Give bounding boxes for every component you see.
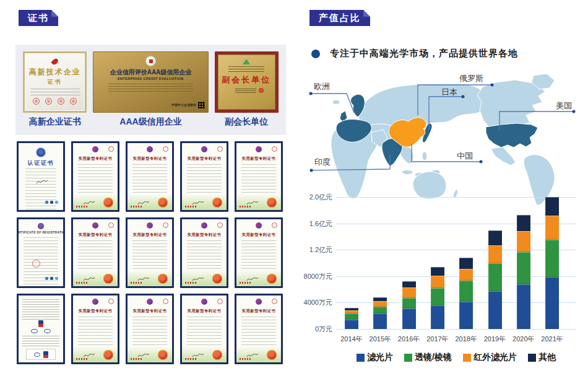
bar-segment-滤光片	[345, 320, 358, 329]
patent-footer	[128, 346, 172, 362]
badge-fold-icon	[363, 10, 370, 17]
patent-header	[128, 146, 172, 154]
patent-title: 实用新型专利证书	[79, 308, 113, 314]
x-axis-label: 2018年	[452, 334, 480, 344]
map-label-india: 印度	[314, 157, 331, 168]
legend-swatch-icon	[404, 354, 412, 362]
patent-certificate: 实用新型专利证书	[180, 294, 228, 364]
patent-footer	[236, 194, 281, 210]
patent-footer	[236, 270, 281, 286]
blue-stamp-icon	[38, 320, 43, 327]
bar-segment-红外滤光片	[545, 216, 559, 239]
patent-header	[128, 298, 172, 307]
document-text-lines	[22, 336, 59, 347]
x-axis-label: 2016年	[395, 334, 423, 344]
stacked-bar-2019年	[488, 197, 502, 329]
certificate-text-lines	[30, 89, 80, 96]
map-label-europe: 欧洲	[314, 81, 330, 92]
red-stamp-icon	[272, 146, 277, 152]
accreditation-marks-icon	[45, 277, 58, 280]
aaa-cert-issuer: 中国中小企业协会	[171, 103, 196, 107]
patent-certificate: 实用新型专利证书	[71, 141, 119, 212]
red-dashes-icon	[131, 206, 142, 208]
red-stamp-icon	[108, 146, 114, 152]
featured-cert-hightech: 高新技术企业 证书 高新企业证书	[23, 51, 87, 128]
patent-seal-icon	[158, 198, 168, 208]
bar-segment-红外滤光片	[431, 276, 444, 288]
bar-segment-滤光片	[545, 277, 559, 329]
stacked-bar-2014年	[345, 197, 358, 329]
signature-icon	[83, 352, 95, 358]
y-axis-tick: 4000万元	[297, 299, 332, 306]
bar-segment-滤光片	[459, 302, 473, 329]
certificate-text-lines	[187, 317, 222, 346]
red-stamp-icon	[163, 222, 168, 228]
legend-label: 透镜/棱镜	[415, 352, 452, 363]
red-stamp-icon	[108, 299, 114, 304]
signature-icon	[246, 276, 259, 282]
output-value-chart: 0万元4000万元8000万元1.2亿元1.6亿元2.0亿元2014年2015年…	[297, 191, 588, 376]
red-stamp-icon	[108, 222, 114, 228]
patent-footer	[182, 194, 227, 210]
gridline	[336, 224, 576, 224]
red-stamp-icon	[217, 146, 223, 152]
bar-segment-红外滤光片	[517, 231, 530, 252]
patent-header	[236, 222, 281, 230]
x-axis-label: 2021年	[538, 334, 566, 344]
legend-item-红外滤光片: 红外滤光片	[463, 352, 517, 363]
patent-title: 实用新型专利证书	[79, 232, 113, 238]
aaa-cert-subtitle-en: ENTERPRISE CREDIT EVALUATION	[118, 77, 184, 81]
featured-cert-caption: AAA级信用企业	[93, 116, 208, 127]
patent-header	[182, 222, 227, 230]
patent-title: 实用新型专利证书	[242, 156, 276, 162]
certificate-text-lines	[78, 317, 113, 346]
y-axis-tick: 0万元	[297, 326, 332, 333]
cnipa-logo-icon	[256, 146, 262, 152]
patent-footer	[182, 270, 227, 286]
red-seals-row	[33, 98, 77, 105]
bar-segment-透镜/棱镜	[345, 313, 358, 320]
signature-icon	[192, 200, 204, 206]
legend-swatch-icon	[357, 354, 365, 362]
registration-title: CERTIFICATE OF REGISTRATION	[17, 231, 65, 235]
patent-certificate: 实用新型专利证书	[235, 217, 283, 288]
certificate-text-lines	[241, 240, 276, 270]
accreditation-marks-icon	[45, 201, 58, 204]
cnipa-logo-icon	[92, 146, 98, 152]
hightech-cert-title: 高新技术企业	[29, 67, 81, 77]
legend-item-透镜/棱镜: 透镜/棱镜	[404, 352, 452, 363]
cas-logo-icon	[37, 148, 45, 157]
y-axis-tick: 8000万元	[297, 273, 332, 280]
red-dashes-icon	[185, 282, 196, 284]
patent-certificate: 实用新型专利证书	[235, 141, 283, 212]
patent-footer	[182, 346, 227, 362]
patent-title: 实用新型专利证书	[133, 308, 167, 314]
association-logo-icon	[243, 59, 250, 64]
map-label-china: 中国	[457, 151, 473, 162]
signature-icon	[192, 352, 204, 358]
cnipa-logo-icon	[92, 222, 98, 229]
cnipa-logo-icon	[256, 222, 262, 229]
featured-cert-caption: 副会长单位	[215, 116, 279, 127]
patent-header	[128, 222, 172, 230]
stacked-bar-2020年	[517, 197, 530, 329]
patent-header	[182, 298, 227, 307]
patent-seal-icon	[267, 350, 277, 360]
vice-president-title: 副会长单位	[222, 74, 271, 85]
test-report-document	[17, 294, 65, 364]
bar-segment-其他	[459, 258, 473, 269]
stacked-bar-2021年	[545, 197, 559, 329]
cas-certificate: 认证证书	[17, 141, 65, 212]
certificates-badge-label: 证书	[28, 12, 49, 23]
stacked-bar-2017年	[431, 197, 444, 329]
document-text-lines	[22, 299, 59, 320]
legend-label: 滤光片	[367, 352, 393, 363]
qr-code-icon	[198, 102, 205, 108]
gridline	[336, 197, 576, 198]
certificate-text-lines	[187, 164, 222, 194]
certificate-text-lines	[108, 84, 192, 92]
y-axis-tick: 2.0亿元	[297, 194, 332, 201]
cnipa-logo-icon	[147, 222, 153, 229]
stacked-bar-2015年	[373, 197, 387, 329]
gridline	[336, 276, 576, 277]
